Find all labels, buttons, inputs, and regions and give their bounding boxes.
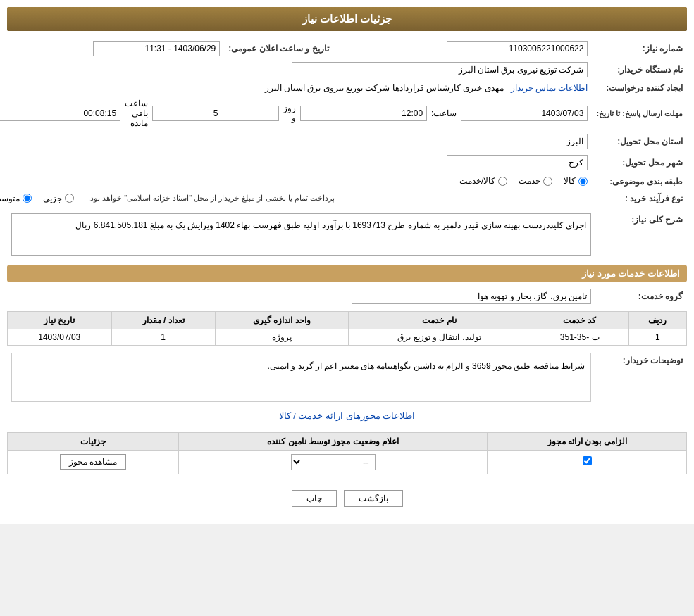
description-text: اجرای کلیددردست بهینه سازی فیدر دلمبر به…: [11, 213, 591, 256]
deadline-label: مهلت ارسال پاسخ: تا تاریخ:: [592, 96, 687, 131]
table-cell-4: 1: [111, 329, 215, 345]
city-row: شهر محل تحویل: کرج: [0, 152, 687, 173]
purchase-motavasset-radio[interactable]: [23, 194, 32, 203]
page-header: جزئیات اطلاعات نیاز: [7, 7, 687, 31]
col-license-details: جزئیات: [8, 432, 179, 450]
need-number-row: شماره نیاز: 1103005221000622 تاریخ و ساع…: [0, 38, 687, 59]
category-kala-radio[interactable]: [578, 177, 588, 186]
service-group-label: گروه خدمت:: [595, 286, 687, 307]
buyer-org-row: نام دستگاه خریدار: شرکت توزیع نیروی برق …: [0, 59, 687, 80]
creator-label: ایجاد کننده درخواست:: [592, 80, 687, 96]
buyer-notes-label: توضیحات خریدار:: [595, 350, 687, 405]
purchase-type-radio-group: متوسط جزیی: [0, 194, 74, 203]
province-value: البرز: [447, 134, 588, 149]
license-status-select[interactable]: --: [291, 454, 376, 470]
category-kala-khadamat-label: کالا/خدمت: [459, 176, 495, 186]
services-section-title: اطلاعات خدمات مورد نیاز: [7, 265, 687, 282]
col-service-code: کد خدمت: [531, 311, 628, 329]
license-row: -- مشاهده مجوز: [8, 450, 687, 474]
category-khadamat-radio[interactable]: [543, 177, 552, 186]
category-label: طبقه بندی موضوعی:: [592, 173, 687, 191]
table-cell-5: 1403/07/03: [8, 329, 112, 345]
col-unit: واحد اندازه گیری: [215, 311, 348, 329]
deadline-time: 12:00: [300, 106, 427, 121]
category-option-kala-khadamat[interactable]: کالا/خدمت: [459, 176, 507, 186]
services-table: ردیف کد خدمت نام خدمت واحد اندازه گیری ت…: [7, 311, 687, 346]
footer-buttons: بازگشت چاپ: [7, 480, 687, 517]
back-button[interactable]: بازگشت: [344, 490, 403, 507]
category-option-khadamat[interactable]: خدمت: [519, 176, 552, 186]
announcement-value: 1403/06/29 - 11:31: [93, 41, 220, 56]
purchase-motavasset-label: متوسط: [0, 194, 20, 203]
purchase-jozei-radio[interactable]: [65, 194, 74, 203]
col-service-name: نام خدمت: [348, 311, 531, 329]
deadline-date: 1403/07/03: [461, 106, 588, 121]
deadline-time-label: ساعت:: [431, 108, 457, 118]
col-license-status: اعلام وضعیت مجوز توسط نامین کننده: [179, 432, 488, 450]
service-group-value: تامین برق، گاز، بخار و تهویه هوا: [352, 289, 591, 304]
category-khadamat-label: خدمت: [519, 176, 540, 186]
col-quantity: تعداد / مقدار: [111, 311, 215, 329]
print-button[interactable]: چاپ: [292, 490, 337, 507]
category-kala-label: کالا: [564, 176, 576, 186]
category-option-kala[interactable]: کالا: [564, 176, 588, 186]
need-number-label: شماره نیاز:: [592, 38, 687, 59]
license-section-link[interactable]: اطلاعات مجوزهای ارائه خدمت / کالا: [7, 405, 687, 427]
deadline-remaining: 00:08:15: [0, 106, 120, 121]
purchase-type-label: نوع فرآیند خرید :: [592, 191, 687, 206]
deadline-days-label: روز و: [283, 103, 296, 123]
view-license-button[interactable]: مشاهده مجوز: [60, 454, 126, 470]
table-cell-1: ت -35-351: [531, 329, 628, 345]
buyer-org-label: نام دستگاه خریدار:: [592, 59, 687, 80]
buyer-org-value: شرکت توزیع نیروی برق استان البرز: [292, 62, 588, 77]
purchase-type-motavasset[interactable]: متوسط: [0, 194, 32, 203]
description-label: شرح کلی نیاز:: [595, 210, 687, 258]
license-required-checkbox-cell: [488, 450, 687, 474]
purchase-type-row: نوع فرآیند خرید : متوسط جزیی پرداخت تمام…: [0, 191, 687, 206]
purchase-type-note: پرداخت تمام یا بخشی از مبلغ خریدار از مح…: [88, 194, 335, 203]
table-cell-0: 1: [628, 329, 686, 345]
col-date: تاریخ نیاز: [8, 311, 112, 329]
table-row: 1ت -35-351تولید، انتقال و توزیع برقپروژه…: [8, 329, 687, 345]
main-form: شماره نیاز: 1103005221000622 تاریخ و ساع…: [0, 38, 687, 206]
page-title: جزئیات اطلاعات نیاز: [302, 13, 392, 25]
buyer-notes-text: شرایط مناقصه طبق مجوز 3659 و الزام به دا…: [11, 353, 591, 402]
license-table: الزامی بودن ارائه مجوز اعلام وضعیت مجوز …: [7, 432, 687, 474]
deadline-remaining-label: ساعت باقی مانده: [125, 99, 148, 128]
purchase-jozei-label: جزیی: [43, 194, 62, 203]
deadline-row: مهلت ارسال پاسخ: تا تاریخ: 00:08:15 ساعت…: [0, 96, 687, 131]
table-cell-3: پروژه: [215, 329, 348, 345]
license-required-checkbox[interactable]: [583, 456, 592, 465]
table-cell-2: تولید، انتقال و توزیع برق: [348, 329, 531, 345]
purchase-type-jozei[interactable]: جزیی: [43, 194, 74, 203]
category-kala-khadamat-radio[interactable]: [498, 177, 507, 186]
description-section: شرح کلی نیاز: اجرای کلیددردست بهینه سازی…: [7, 210, 687, 258]
city-label: شهر محل تحویل:: [592, 152, 687, 173]
announcement-label: تاریخ و ساعت اعلان عمومی:: [224, 38, 333, 59]
service-group-row: گروه خدمت: تامین برق، گاز، بخار و تهویه …: [7, 286, 687, 307]
creator-row: ایجاد کننده درخواست: اطلاعات تماس خریدار…: [0, 80, 687, 96]
col-row-num: ردیف: [628, 311, 686, 329]
buyer-notes-section: توضیحات خریدار: شرایط مناقصه طبق مجوز 36…: [7, 350, 687, 405]
deadline-days: 5: [152, 106, 279, 121]
province-label: استان محل تحویل:: [592, 131, 687, 152]
category-radio-group: کالا/خدمت خدمت کالا: [459, 176, 588, 186]
col-license-required: الزامی بودن ارائه مجوز: [488, 432, 687, 450]
creator-value: مهدی خیری کارشناس قراردادها شرکت توزیع ن…: [265, 83, 504, 93]
category-row: طبقه بندی موضوعی: کالا/خدمت خدمت کالا: [0, 173, 687, 191]
need-number-value: 1103005221000622: [447, 41, 588, 56]
page-wrapper: جزئیات اطلاعات نیاز شماره نیاز: 11030052…: [0, 0, 694, 524]
creator-link[interactable]: اطلاعات تماس خریدار: [511, 83, 588, 93]
province-row: استان محل تحویل: البرز: [0, 131, 687, 152]
city-value: کرج: [447, 155, 588, 170]
